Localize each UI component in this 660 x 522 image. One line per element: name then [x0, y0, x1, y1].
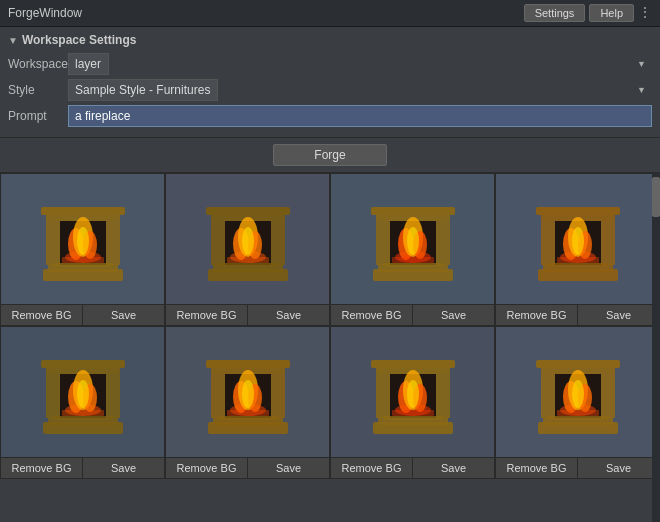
save-button[interactable]: Save [578, 458, 659, 478]
svg-point-25 [242, 227, 254, 255]
collapse-icon[interactable]: ▼ [8, 35, 18, 46]
svg-rect-5 [106, 221, 120, 265]
svg-rect-69 [53, 416, 113, 420]
style-row: Style Sample Style - Furnitures [8, 79, 652, 101]
svg-rect-44 [536, 207, 620, 215]
svg-point-109 [572, 380, 584, 408]
remove-bg-button[interactable]: Remove BG [496, 458, 578, 478]
save-button[interactable]: Save [248, 458, 329, 478]
grid-cell: Remove BG Save [495, 173, 660, 326]
prompt-input[interactable] [68, 105, 652, 127]
svg-rect-46 [541, 221, 555, 265]
save-button[interactable]: Save [83, 305, 164, 325]
style-select[interactable]: Sample Style - Furnitures [68, 79, 218, 101]
workspace-label: Workspace [8, 57, 68, 71]
save-button[interactable]: Save [83, 458, 164, 478]
svg-rect-75 [271, 374, 285, 418]
svg-rect-74 [211, 374, 225, 418]
remove-bg-button[interactable]: Remove BG [1, 458, 83, 478]
svg-rect-2 [41, 207, 125, 215]
workspace-settings-panel: ▼ Workspace Settings Workspace layer Sty… [0, 27, 660, 138]
settings-button[interactable]: Settings [524, 4, 586, 22]
remove-bg-button[interactable]: Remove BG [166, 458, 248, 478]
help-button[interactable]: Help [589, 4, 634, 22]
svg-rect-68 [62, 410, 104, 416]
svg-rect-27 [218, 263, 278, 267]
svg-rect-72 [206, 360, 290, 368]
fireplace-image [166, 327, 329, 457]
save-button[interactable]: Save [413, 305, 494, 325]
svg-rect-30 [371, 207, 455, 215]
cell-buttons: Remove BG Save [166, 457, 329, 478]
fireplace-image [331, 327, 494, 457]
svg-rect-111 [548, 416, 608, 420]
fireplace-image [331, 174, 494, 304]
forge-button[interactable]: Forge [273, 144, 386, 166]
workspace-select[interactable]: layer [68, 53, 109, 75]
svg-rect-83 [218, 416, 278, 420]
svg-point-67 [77, 380, 89, 408]
svg-rect-103 [601, 374, 615, 418]
svg-point-11 [77, 227, 89, 255]
svg-rect-86 [371, 360, 455, 368]
remove-bg-button[interactable]: Remove BG [331, 458, 413, 478]
svg-rect-102 [541, 374, 555, 418]
fireplace-image [496, 327, 659, 457]
cell-buttons: Remove BG Save [1, 304, 164, 325]
remove-bg-button[interactable]: Remove BG [166, 305, 248, 325]
grid-cell: Remove BG Save [330, 326, 495, 479]
svg-rect-88 [376, 374, 390, 418]
save-button[interactable]: Save [248, 305, 329, 325]
svg-point-81 [242, 380, 254, 408]
svg-rect-18 [211, 221, 225, 265]
menu-dots-icon[interactable]: ⋮ [638, 4, 652, 22]
fireplace-image [166, 174, 329, 304]
svg-rect-41 [383, 263, 443, 267]
svg-rect-4 [46, 221, 60, 265]
svg-rect-58 [41, 360, 125, 368]
cell-buttons: Remove BG Save [496, 457, 659, 478]
svg-point-95 [407, 380, 419, 408]
svg-rect-54 [557, 257, 599, 263]
prompt-row: Prompt [8, 105, 652, 127]
remove-bg-button[interactable]: Remove BG [1, 305, 83, 325]
svg-rect-82 [227, 410, 269, 416]
fireplace-image [1, 174, 164, 304]
svg-rect-55 [548, 263, 608, 267]
remove-bg-button[interactable]: Remove BG [496, 305, 578, 325]
image-grid-container: Remove BG Save [0, 173, 660, 522]
title-bar: ForgeWindow Settings Help ⋮ [0, 0, 660, 27]
grid-cell: Remove BG Save [330, 173, 495, 326]
svg-rect-40 [392, 257, 434, 263]
cell-buttons: Remove BG Save [496, 304, 659, 325]
svg-rect-13 [53, 263, 113, 267]
svg-rect-26 [227, 257, 269, 263]
svg-rect-16 [206, 207, 290, 215]
grid-cell: Remove BG Save [495, 326, 660, 479]
svg-rect-61 [106, 374, 120, 418]
cell-buttons: Remove BG Save [166, 304, 329, 325]
scrollbar-thumb[interactable] [652, 177, 660, 217]
grid-cell: Remove BG Save [165, 326, 330, 479]
save-button[interactable]: Save [578, 305, 659, 325]
svg-rect-60 [46, 374, 60, 418]
svg-point-39 [407, 227, 419, 255]
grid-cell: Remove BG Save [0, 173, 165, 326]
svg-rect-100 [536, 360, 620, 368]
prompt-label: Prompt [8, 109, 68, 123]
svg-rect-97 [383, 416, 443, 420]
svg-rect-47 [601, 221, 615, 265]
grid-cell: Remove BG Save [165, 173, 330, 326]
svg-rect-32 [376, 221, 390, 265]
workspace-settings-title: Workspace Settings [22, 33, 136, 47]
cell-buttons: Remove BG Save [1, 457, 164, 478]
workspace-row: Workspace layer [8, 53, 652, 75]
svg-rect-89 [436, 374, 450, 418]
fireplace-image [496, 174, 659, 304]
window-title: ForgeWindow [8, 6, 82, 20]
scrollbar-track[interactable] [652, 173, 660, 522]
grid-cell: Remove BG Save [0, 326, 165, 479]
remove-bg-button[interactable]: Remove BG [331, 305, 413, 325]
cell-buttons: Remove BG Save [331, 304, 494, 325]
save-button[interactable]: Save [413, 458, 494, 478]
